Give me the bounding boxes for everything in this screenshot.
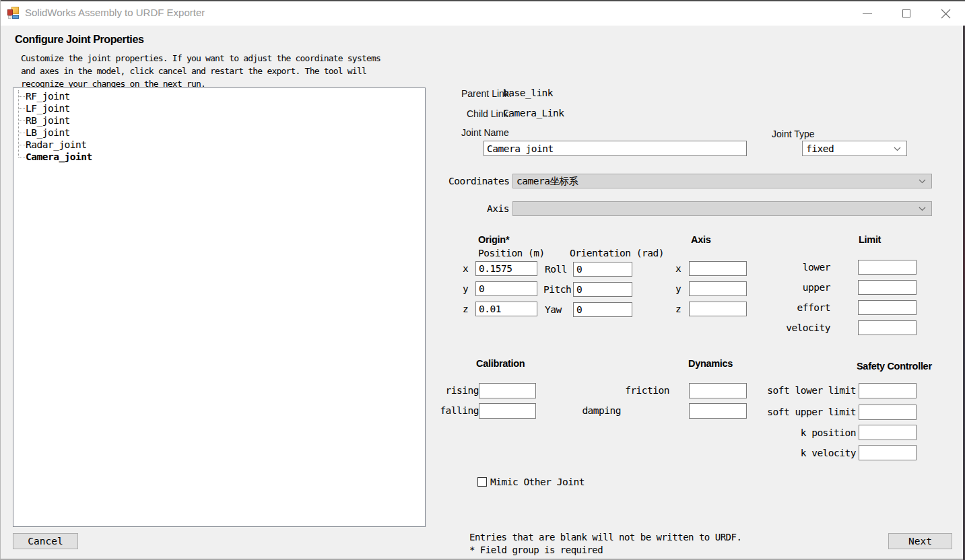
tree-connector <box>18 145 25 145</box>
rising-input[interactable] <box>479 383 536 398</box>
required-field-note: * Field group is required <box>469 545 603 555</box>
orientation-header: Orientation (rad) <box>570 248 664 258</box>
friction-label: friction <box>613 385 669 396</box>
axis-dropdown[interactable] <box>512 201 932 216</box>
page-description: Customize the joint properties. If you w… <box>21 52 380 90</box>
damping-label: damping <box>568 405 621 416</box>
axis-x-label: x <box>675 263 681 274</box>
axis-y-label: y <box>675 283 681 294</box>
origin-y-label: y <box>463 283 468 294</box>
origin-z-input[interactable] <box>475 302 537 316</box>
origin-x-input[interactable] <box>475 261 537 276</box>
effort-label: effort <box>775 302 830 313</box>
tree-connector <box>18 108 25 109</box>
joint-name-label: Joint Name <box>461 127 509 138</box>
axis-x-input[interactable] <box>689 261 747 276</box>
origin-y-input[interactable] <box>475 281 537 296</box>
cancel-button[interactable]: Cancel <box>13 533 78 549</box>
safety-controller-heading: Safety Controller <box>857 361 932 372</box>
tree-item-camera-joint[interactable]: Camera_joint <box>13 151 92 163</box>
k-position-input[interactable] <box>859 425 917 440</box>
next-button[interactable]: Next <box>888 533 952 549</box>
axis-y-input[interactable] <box>689 281 747 296</box>
damping-input[interactable] <box>689 403 747 419</box>
joint-type-dropdown[interactable]: fixed <box>802 141 907 156</box>
tree-item-rb-joint[interactable]: RB_joint <box>13 114 70 127</box>
coordinates-label: Coordinates <box>448 176 510 186</box>
tree-connector <box>18 120 25 121</box>
child-link-value: Camera_Link <box>503 108 564 118</box>
tree-connector <box>18 157 25 158</box>
origin-heading: Origin* <box>478 234 509 245</box>
effort-input[interactable] <box>858 300 917 315</box>
mimic-other-joint-label: Mimic Other Joint <box>490 477 585 487</box>
tree-connector <box>18 96 25 97</box>
axis-z-label: z <box>675 304 681 314</box>
tree-item-lb-joint[interactable]: LB_joint <box>13 127 70 139</box>
yaw-input[interactable] <box>573 302 632 317</box>
k-velocity-input[interactable] <box>859 445 917 460</box>
roll-input[interactable] <box>573 262 632 277</box>
mimic-other-joint-checkbox[interactable] <box>477 477 487 487</box>
axis-z-input[interactable] <box>689 302 747 316</box>
minimize-button[interactable] <box>852 1 883 26</box>
k-velocity-label: k velocity <box>762 448 856 458</box>
falling-label: falling <box>432 405 479 416</box>
pitch-label: Pitch <box>543 284 571 295</box>
velocity-label: velocity <box>775 322 830 333</box>
calibration-heading: Calibration <box>476 358 525 369</box>
parent-link-value: base_link <box>503 88 553 98</box>
velocity-input[interactable] <box>858 320 917 335</box>
axis-heading: Axis <box>691 234 710 245</box>
soft-upper-limit-label: soft upper limit <box>762 407 856 417</box>
blank-entries-note: Entries that are blank will not be writt… <box>469 532 741 542</box>
tree-item-rf-joint[interactable]: RF_joint <box>13 90 70 102</box>
origin-z-label: z <box>463 304 468 314</box>
pitch-input[interactable] <box>573 282 632 297</box>
app-icon <box>7 7 20 19</box>
chevron-down-icon <box>894 147 901 151</box>
minimize-icon <box>863 13 872 14</box>
origin-x-label: x <box>463 263 468 274</box>
roll-label: Roll <box>545 264 567 275</box>
close-icon <box>941 9 951 19</box>
joint-type-label: Joint Type <box>772 129 815 139</box>
close-button[interactable] <box>930 1 961 26</box>
soft-upper-limit-input[interactable] <box>859 405 917 420</box>
coordinates-dropdown[interactable]: camera坐标系 <box>512 174 932 188</box>
dynamics-heading: Dynamics <box>688 358 733 369</box>
lower-label: lower <box>775 262 830 273</box>
joint-name-input[interactable] <box>484 141 747 156</box>
chevron-down-icon <box>919 179 926 184</box>
upper-input[interactable] <box>858 280 917 295</box>
window-title: SolidWorks Assembly to URDF Exporter <box>25 7 205 18</box>
falling-input[interactable] <box>479 403 536 419</box>
friction-input[interactable] <box>689 383 747 398</box>
page-title: Configure Joint Properties <box>15 34 143 46</box>
k-position-label: k position <box>762 427 856 438</box>
title-bar[interactable]: SolidWorks Assembly to URDF Exporter <box>1 1 965 26</box>
upper-label: upper <box>775 282 830 293</box>
soft-lower-limit-label: soft lower limit <box>762 385 856 396</box>
tree-connector <box>18 133 25 133</box>
maximize-icon <box>902 9 910 18</box>
joint-tree[interactable]: RF_joint LF_joint RB_joint LB_joint Rada… <box>13 88 426 527</box>
maximize-button[interactable] <box>891 1 922 26</box>
urdf-exporter-window: SolidWorks Assembly to URDF Exporter Con… <box>0 0 965 560</box>
chevron-down-icon <box>919 207 926 211</box>
tree-item-radar-joint[interactable]: Radar_joint <box>13 139 87 151</box>
soft-lower-limit-input[interactable] <box>859 383 917 398</box>
yaw-label: Yaw <box>545 304 562 315</box>
rising-label: rising <box>432 385 479 396</box>
position-header: Position (m) <box>478 248 545 258</box>
limit-heading: Limit <box>859 234 881 245</box>
tree-item-lf-joint[interactable]: LF_joint <box>13 102 70 114</box>
lower-input[interactable] <box>858 260 917 275</box>
axis-dropdown-label: Axis <box>487 203 509 214</box>
